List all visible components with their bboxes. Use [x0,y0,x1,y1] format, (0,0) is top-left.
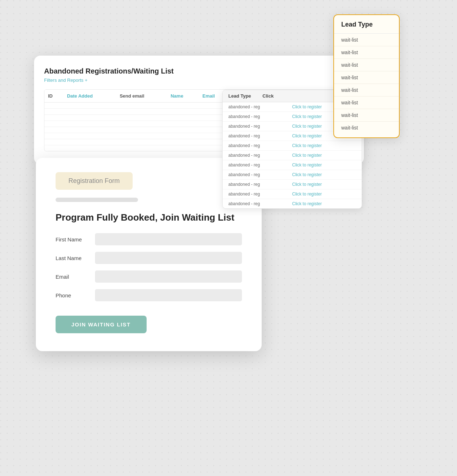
scene: Abandoned Registrations/Waiting List Fil… [0,0,457,476]
form-row-email: Email [56,270,242,283]
col-date-added: Date Added [63,90,116,103]
form-divider [56,198,138,202]
form-fields: First Name Last Name Email Phone [56,233,242,301]
col-name: Name [167,90,199,103]
join-waiting-list-button[interactable]: JOIN WAITING LIST [56,316,147,333]
table-cell [63,127,116,133]
ltt-lead-type: abandoned - reg [228,143,292,148]
ltt-lead-type: abandoned - reg [228,162,292,168]
table-cell [63,133,116,139]
ltt-click-link[interactable]: Click to register [292,192,356,197]
ltt-click-link[interactable]: Click to register [292,182,356,187]
table-cell [44,121,63,127]
first-name-label: First Name [56,236,95,242]
ltt-row: abandoned - regClick to register [223,180,362,189]
ltt-click-link[interactable]: Click to register [292,153,356,158]
ltt-lead-type: abandoned - reg [228,172,292,177]
ltt-row: abandoned - regClick to register [223,170,362,180]
ltt-click-link[interactable]: Click to register [292,201,356,206]
table-cell [63,109,116,115]
ltt-lead-type: abandoned - reg [228,182,292,187]
col-send-email: Send email [116,90,167,103]
table-cell [116,109,167,115]
table-cell [167,139,199,145]
ltt-lead-type: abandoned - reg [228,153,292,158]
filters-reports-link[interactable]: Filters and Reports + [44,77,87,83]
table-cell [63,145,116,151]
lead-type-dropdown-item[interactable]: wait-list [334,122,399,134]
last-name-label: Last Name [56,255,95,261]
table-cell [167,145,199,151]
table-cell [116,127,167,133]
table-cell [167,133,199,139]
table-cell [44,139,63,145]
last-name-input[interactable] [95,252,242,264]
table-cell [116,139,167,145]
email-label: Email [56,274,95,280]
table-cell [167,109,199,115]
table-cell [44,133,63,139]
registration-form-label: Registration Form [56,172,133,190]
ltt-click-link[interactable]: Click to register [292,143,356,148]
phone-label: Phone [56,292,95,298]
ltt-row: abandoned - regClick to register [223,141,362,151]
table-cell [167,103,199,109]
email-input[interactable] [95,270,242,283]
lead-type-dropdown: Lead Type wait-listwait-listwait-listwai… [333,14,400,138]
first-name-input[interactable] [95,233,242,245]
lead-type-dropdown-item[interactable]: wait-list [334,59,399,71]
lead-type-dropdown-item[interactable]: wait-list [334,109,399,122]
lead-type-dropdown-item[interactable]: wait-list [334,46,399,59]
form-row-phone: Phone [56,289,242,301]
lead-type-dropdown-item[interactable]: wait-list [334,96,399,109]
ltt-row: abandoned - regClick to register [223,160,362,170]
ltt-col-click: Click [262,93,273,99]
lead-type-dropdown-item[interactable]: wait-list [334,84,399,96]
ltt-row: abandoned - regClick to register [223,151,362,160]
table-cell [63,103,116,109]
form-row-lastname: Last Name [56,252,242,264]
table-cell [44,115,63,121]
phone-input[interactable] [95,289,242,301]
table-cell [44,109,63,115]
col-id: ID [44,90,63,103]
table-cell [63,121,116,127]
ltt-lead-type: abandoned - reg [228,192,292,197]
table-cell [167,121,199,127]
ltt-lead-type: abandoned - reg [228,201,292,206]
lead-type-dropdown-item[interactable]: wait-list [334,34,399,46]
form-row-firstname: First Name [56,233,242,245]
table-cell [116,115,167,121]
waiting-list-heading: Program Fully Booked, Join Waiting List [56,212,262,223]
ltt-click-link[interactable]: Click to register [292,172,356,177]
table-cell [63,139,116,145]
table-cell [63,115,116,121]
table-cell [167,127,199,133]
table-cell [167,115,199,121]
table-cell [44,127,63,133]
ltt-lead-type: abandoned - reg [228,133,292,138]
ltt-row: abandoned - regClick to register [223,199,362,208]
table-cell [44,103,63,109]
ltt-click-link[interactable]: Click to register [292,162,356,168]
admin-title: Abandoned Registrations/Waiting List [44,67,354,75]
lead-type-dropdown-item[interactable]: wait-list [334,71,399,84]
ltt-row: abandoned - regClick to register [223,189,362,199]
table-cell [44,145,63,151]
table-cell [116,145,167,151]
ltt-lead-type: abandoned - reg [228,124,292,129]
ltt-col-lead: Lead Type [228,93,251,99]
ltt-lead-type: abandoned - reg [228,114,292,119]
table-cell [116,133,167,139]
lead-type-dropdown-title: Lead Type [334,21,399,34]
ltt-lead-type: abandoned - reg [228,104,292,109]
table-cell [116,103,167,109]
table-cell [116,121,167,127]
